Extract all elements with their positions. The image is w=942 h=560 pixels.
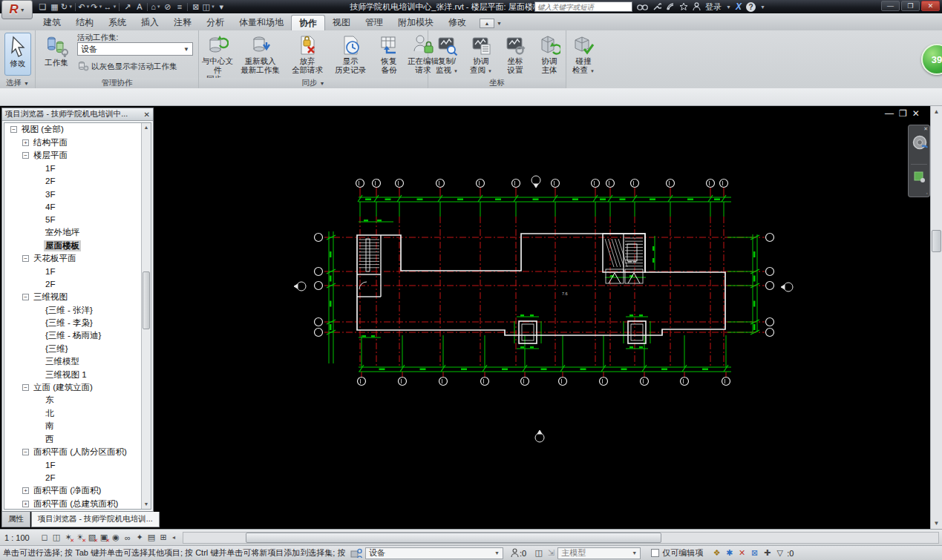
tree-item-15[interactable]: {三维 - 李枭} bbox=[4, 317, 151, 329]
reveal-hidden-elements-icon[interactable]: ✦ bbox=[134, 532, 145, 544]
coordination-review-button[interactable]: 协调 查阅 ▼ bbox=[464, 31, 498, 76]
relinquish-all-button[interactable]: 放弃 全部请求 bbox=[286, 31, 329, 85]
ribbon-tab-2[interactable]: 系统 bbox=[101, 15, 134, 30]
ribbon-tab-11[interactable]: 修改 bbox=[441, 15, 474, 30]
open-icon[interactable]: ❏ bbox=[37, 1, 48, 13]
ribbon-tab-10[interactable]: 附加模块 bbox=[390, 15, 441, 30]
tree-item-label[interactable]: 4F bbox=[44, 202, 56, 211]
sign-in-chevron-icon[interactable]: ▼ bbox=[726, 4, 731, 10]
tree-item-label[interactable]: 视图 (全部) bbox=[20, 124, 65, 135]
gray-inactive-worksets-button[interactable]: 以灰色显示非活动工作集 bbox=[77, 60, 177, 73]
tree-item-22[interactable]: 北 bbox=[4, 407, 151, 420]
expand-icon[interactable]: + bbox=[22, 487, 29, 494]
tree-item-1[interactable]: +结构平面 bbox=[4, 136, 151, 148]
grid-bubbles[interactable] bbox=[315, 179, 774, 386]
visual-style-icon[interactable]: ◻ bbox=[39, 532, 50, 544]
shadows-icon[interactable]: ☀✕ bbox=[74, 532, 86, 544]
default-3d-view-icon[interactable]: ⌂▼ bbox=[150, 1, 161, 13]
view-minimize-button[interactable]: — bbox=[885, 108, 894, 119]
tree-item-8[interactable]: 室外地坪 bbox=[4, 226, 151, 239]
tree-item-label[interactable]: 2F bbox=[44, 280, 56, 289]
tree-item-29[interactable]: +面积平面 (总建筑面积) bbox=[4, 497, 151, 510]
tree-item-0[interactable]: −视图 (全部) bbox=[4, 123, 151, 136]
measure-icon[interactable]: ↔▼ bbox=[104, 1, 117, 13]
sun-path-icon[interactable]: ✶✕ bbox=[62, 532, 74, 544]
worksharing-request-icon[interactable]: ❖ bbox=[710, 547, 723, 559]
tree-item-label[interactable]: {三维 - 杨雨迪} bbox=[44, 330, 102, 341]
tree-item-label[interactable]: 2F bbox=[44, 177, 56, 185]
tree-item-label[interactable]: {三维} bbox=[44, 343, 70, 355]
ribbon-tab-7[interactable]: 协作 bbox=[291, 15, 325, 30]
undo-icon[interactable]: ↶▼ bbox=[78, 1, 90, 13]
search-binoculars-icon[interactable] bbox=[637, 3, 648, 11]
collapse-icon[interactable]: − bbox=[22, 294, 29, 300]
plan-annotation[interactable]: 7.6 bbox=[562, 291, 568, 296]
tree-item-4[interactable]: 2F bbox=[4, 175, 151, 188]
ribbon-tab-6[interactable]: 体量和场地 bbox=[232, 15, 291, 30]
section-icon[interactable]: ⊘ bbox=[162, 1, 173, 13]
collapse-icon[interactable]: − bbox=[22, 384, 29, 391]
vertical-scrollbar[interactable]: ▲ ▼ bbox=[930, 106, 942, 529]
vertical-scrollbar-thumb[interactable] bbox=[932, 230, 941, 252]
search-input[interactable] bbox=[535, 3, 632, 12]
tree-item-25[interactable]: −面积平面 (人防分区面积) bbox=[4, 446, 151, 458]
temporary-view-properties-icon[interactable]: ⊞ bbox=[157, 532, 169, 544]
design-option-dropdown[interactable]: 主模型 ▼ bbox=[557, 547, 641, 559]
press-drag-icon[interactable]: ✚ bbox=[761, 547, 773, 559]
ribbon-minimize-chevron-icon[interactable]: ▼ bbox=[497, 21, 502, 26]
interference-check-button[interactable]: 碰撞 检查 ▼ bbox=[566, 31, 601, 76]
tree-item-label[interactable]: 东 bbox=[44, 395, 56, 406]
tree-scrollbar[interactable]: ▲ ▼ bbox=[141, 123, 151, 509]
ribbon-tab-0[interactable]: 建筑 bbox=[36, 15, 68, 30]
subscription-wrench-icon[interactable] bbox=[652, 2, 661, 11]
edit-request-grant-icon[interactable]: ✱ bbox=[723, 547, 736, 559]
tree-item-10[interactable]: −天花板平面 bbox=[4, 252, 151, 265]
view-close-button[interactable]: ✕ bbox=[912, 108, 920, 119]
sync-with-central-icon[interactable]: ↻▼ bbox=[61, 1, 73, 13]
tree-item-24[interactable]: 西 bbox=[4, 432, 151, 445]
status-workset-dropdown[interactable]: 设备 ▼ bbox=[365, 547, 503, 559]
exclude-options-icon[interactable]: ⇲ bbox=[545, 547, 557, 559]
thin-lines-icon[interactable]: ≡ bbox=[174, 1, 185, 13]
save-icon[interactable]: ▦ bbox=[49, 1, 60, 13]
synchronize-panel-footer[interactable]: 同步 ▼ bbox=[199, 78, 428, 88]
tree-item-label[interactable]: 面积平面 (总建筑面积) bbox=[32, 498, 120, 510]
help-chevron-icon[interactable]: ▼ bbox=[760, 4, 765, 10]
favorites-star-icon[interactable] bbox=[679, 2, 688, 11]
redo-icon[interactable]: ↷▼ bbox=[91, 1, 102, 13]
tree-item-label[interactable]: 三维视图 bbox=[32, 291, 69, 303]
minimize-window-button[interactable]: — bbox=[881, 1, 900, 11]
editable-only-checkbox[interactable]: 仅可编辑项 bbox=[651, 547, 703, 559]
tree-item-label[interactable]: 立面 (建筑立面) bbox=[32, 382, 94, 393]
tree-item-2[interactable]: −楼层平面 bbox=[4, 149, 151, 162]
worksharing-display-icon[interactable]: ▤ bbox=[145, 532, 157, 544]
navigation-bar-close-icon[interactable]: ✕ bbox=[923, 126, 928, 132]
tree-item-5[interactable]: 3F bbox=[4, 188, 151, 200]
tree-item-label[interactable]: 楼层平面 bbox=[32, 150, 69, 161]
restore-backup-button[interactable]: 恢复 备份 bbox=[372, 31, 406, 85]
tree-item-3[interactable]: 1F bbox=[4, 162, 151, 174]
text-icon[interactable]: A bbox=[134, 1, 145, 13]
modify-button[interactable]: 修改 bbox=[4, 33, 31, 76]
tree-item-label[interactable]: 天花板平面 bbox=[32, 253, 78, 264]
tree-item-13[interactable]: −三维视图 bbox=[4, 291, 151, 303]
tree-item-11[interactable]: 1F bbox=[4, 265, 151, 277]
tree-item-label[interactable]: 面积平面 (净面积) bbox=[32, 485, 102, 496]
tree-item-label[interactable]: 西 bbox=[44, 434, 56, 445]
tree-item-label[interactable]: 南 bbox=[44, 421, 56, 432]
tree-item-label[interactable]: 三维模型 bbox=[44, 356, 81, 367]
sign-in-person-icon[interactable] bbox=[693, 2, 701, 11]
steering-wheel-icon[interactable] bbox=[912, 134, 928, 151]
ribbon-tab-3[interactable]: 插入 bbox=[134, 15, 166, 30]
tree-item-label[interactable]: 1F bbox=[44, 461, 56, 470]
design-options-icon[interactable]: ◫ bbox=[532, 547, 545, 559]
ribbon-tab-4[interactable]: 注释 bbox=[166, 15, 199, 30]
checkbox-icon[interactable] bbox=[651, 549, 659, 557]
ribbon-tab-9[interactable]: 管理 bbox=[358, 15, 390, 30]
temporary-hide-isolate-icon[interactable]: ∞ bbox=[122, 532, 134, 544]
horizontal-scrollbar-thumb[interactable] bbox=[246, 533, 661, 543]
active-workset-dropdown[interactable]: 设备 ▼ bbox=[77, 42, 193, 56]
close-window-button[interactable]: ✕ bbox=[921, 1, 940, 11]
tree-item-label[interactable]: 结构平面 bbox=[32, 137, 69, 148]
tree-item-19[interactable]: 三维视图 1 bbox=[4, 368, 151, 381]
